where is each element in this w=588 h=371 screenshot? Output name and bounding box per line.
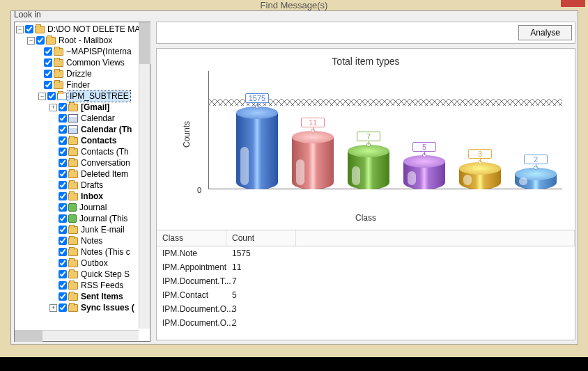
tree-item[interactable]: Notes [16, 235, 148, 246]
scrollbar-thumb[interactable] [15, 331, 42, 342]
table-header-blank [296, 230, 575, 246]
expand-spacer [49, 215, 57, 223]
tree-item-label: Drafts [79, 180, 105, 191]
collapse-icon[interactable]: − [16, 26, 24, 33]
tree-checkbox[interactable] [36, 36, 45, 45]
folder-icon [68, 171, 78, 178]
table-header: Class Count [157, 230, 575, 246]
tree-checkbox[interactable] [59, 303, 67, 312]
tree-item[interactable]: Drizzle [16, 68, 148, 79]
tree-checkbox[interactable] [59, 125, 67, 134]
tree-item-label: Conversation [79, 157, 132, 168]
tree-item[interactable]: Inbox [16, 191, 148, 202]
collapse-icon[interactable]: − [38, 93, 46, 100]
tree-checkbox[interactable] [59, 203, 67, 212]
close-button[interactable] [561, 0, 585, 7]
tree-item[interactable]: RSS Feeds [16, 280, 148, 291]
tree-checkbox[interactable] [59, 214, 67, 223]
expand-icon[interactable]: + [49, 304, 57, 312]
tree-checkbox[interactable] [59, 292, 67, 301]
tree-checkbox[interactable] [44, 70, 52, 78]
tree-checkbox[interactable] [59, 148, 67, 156]
tree-checkbox[interactable] [59, 226, 67, 234]
table-row[interactable]: IPM.Contact5 [157, 288, 575, 302]
tree-item-label: Contacts (Th [79, 146, 130, 157]
tree-item[interactable]: Drafts [16, 180, 148, 191]
analyse-button[interactable]: Analyse [518, 25, 572, 40]
expand-icon[interactable]: + [49, 104, 57, 111]
tree-body[interactable]: − D:\DO NOT DELETE MAI − Root - Mailbox … [15, 22, 150, 329]
tree-checkbox[interactable] [59, 248, 67, 256]
tree-item-label: Sent Items [79, 291, 125, 302]
tree-checkbox[interactable] [59, 159, 67, 167]
tree-checkbox[interactable] [59, 114, 67, 123]
title-bar: Find Message(s) [0, 0, 588, 10]
results-panel: Total item types Counts 0 1575117532 Cla… [156, 48, 575, 340]
tree-item[interactable]: ~MAPISP(Interna [16, 46, 148, 57]
folder-icon [54, 70, 63, 78]
calendar-icon [68, 125, 78, 134]
tree-checkbox[interactable] [59, 192, 67, 200]
tree-item[interactable]: +[Gmail] [16, 102, 148, 113]
tree-item[interactable]: Common Views [16, 57, 148, 68]
tree-checkbox[interactable] [25, 25, 33, 33]
tree-mailbox[interactable]: − Root - Mailbox [16, 35, 148, 46]
tree-item[interactable]: Journal [16, 202, 148, 213]
tree-item[interactable]: Deleted Item [16, 168, 148, 180]
tree-checkbox[interactable] [59, 170, 67, 178]
axis-tick-zero: 0 [197, 186, 201, 194]
table-row[interactable]: IPM.Document.O...2 [157, 316, 575, 330]
folder-icon [68, 248, 78, 256]
scrollbar-thumb[interactable] [139, 22, 150, 64]
tree-item[interactable]: Journal (This [16, 213, 148, 224]
tree-checkbox[interactable] [59, 281, 67, 290]
tree-ipm-subtree[interactable]: − IPM_SUBTREE [16, 90, 148, 102]
tree-item[interactable]: Finder [16, 79, 148, 90]
tree-item[interactable]: Notes (This c [16, 246, 148, 258]
tree-checkbox[interactable] [59, 181, 67, 189]
tree-item[interactable]: Sent Items [16, 291, 148, 302]
table-header-class[interactable]: Class [157, 230, 226, 246]
tree-checkbox[interactable] [44, 58, 52, 67]
table-header-count[interactable]: Count [226, 230, 296, 246]
tree-item[interactable]: Junk E-mail [16, 224, 148, 235]
tree-checkbox[interactable] [44, 47, 52, 56]
tree-checkbox[interactable] [59, 237, 67, 245]
tree-checkbox[interactable] [59, 259, 67, 267]
right-panel: Analyse Total item types Counts 0 157511… [156, 22, 575, 342]
tree-item[interactable]: Calendar (Th [16, 124, 148, 135]
tree-item[interactable]: Outbox [16, 258, 148, 269]
table-row[interactable]: IPM.Note1575 [157, 246, 575, 260]
tree-root[interactable]: − D:\DO NOT DELETE MAI [16, 24, 148, 35]
folder-icon [54, 48, 63, 56]
app-window: Find Message(s) Look in − D:\DO NOT DELE… [0, 0, 588, 371]
table-row[interactable]: IPM.Appointment11 [157, 260, 575, 274]
cell-class: IPM.Document.O... [157, 316, 226, 330]
chart-title: Total item types [164, 56, 568, 67]
collapse-icon[interactable]: − [27, 37, 35, 45]
tree-item[interactable]: Contacts (Th [16, 146, 148, 157]
cell-class: IPM.Document.O... [157, 302, 226, 316]
tree-item[interactable]: Conversation [16, 157, 148, 168]
folder-icon [54, 81, 63, 89]
tree-checkbox[interactable] [47, 92, 56, 100]
table-row[interactable]: IPM.Document.O...3 [157, 302, 575, 316]
folder-icon [68, 159, 78, 167]
table-row[interactable]: IPM.Document.T...7 [157, 274, 575, 288]
tree-item[interactable]: Quick Step S [16, 269, 148, 280]
tree-checkbox[interactable] [59, 270, 67, 278]
tree-checkbox[interactable] [44, 81, 52, 89]
tree-item[interactable]: Calendar [16, 113, 148, 124]
tree-item[interactable]: Contacts [16, 135, 148, 146]
chart-x-label: Class [164, 213, 568, 223]
tree-checkbox[interactable] [59, 136, 67, 145]
tree-checkbox[interactable] [59, 103, 67, 111]
tree-item-label: Calendar [79, 113, 116, 124]
tree-scrollbar-v[interactable] [139, 22, 150, 329]
results-table: Class Count IPM.Note1575IPM.Appointment1… [157, 230, 575, 340]
axis-y [208, 71, 209, 189]
tree-item[interactable]: +Sync Issues ( [16, 302, 148, 313]
tree-mailbox-label: Root - Mailbox [57, 35, 114, 46]
tree-scrollbar-h[interactable] [15, 330, 139, 341]
folder-icon [68, 304, 78, 312]
